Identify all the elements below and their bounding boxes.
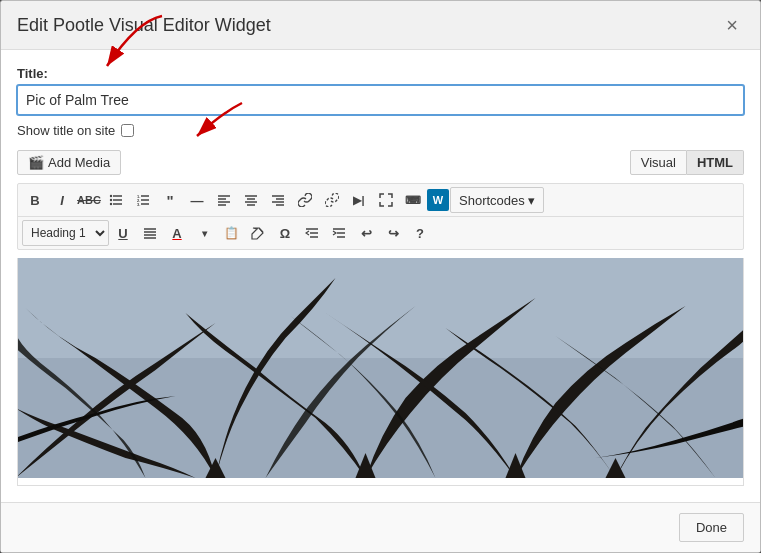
title-field-group: Title:: [17, 66, 744, 115]
outdent-button[interactable]: [299, 220, 325, 246]
toolbar-row-1: B I ABC 1.2.3. " —: [18, 184, 743, 217]
toolbar-top-row: 🎬 Add Media Visual HTML: [17, 150, 744, 175]
html-tab[interactable]: HTML: [687, 150, 744, 175]
editor-content-area[interactable]: [17, 258, 744, 486]
heading-select[interactable]: Heading 1 Heading 2 Heading 3 Heading 4 …: [22, 220, 109, 246]
justify-button[interactable]: [137, 220, 163, 246]
insert-more-button[interactable]: ▶|: [346, 187, 372, 213]
shortcodes-arrow-icon: ▾: [528, 193, 535, 208]
modal-footer: Done: [1, 502, 760, 552]
blockquote-button[interactable]: ": [157, 187, 183, 213]
horizontal-rule-button[interactable]: —: [184, 187, 210, 213]
clear-formatting-button[interactable]: [245, 220, 271, 246]
show-title-row: Show title on site: [17, 123, 744, 138]
svg-text:3.: 3.: [137, 202, 140, 207]
align-right-button[interactable]: [265, 187, 291, 213]
modal-title: Edit Pootle Visual Editor Widget: [17, 15, 271, 36]
special-chars-button[interactable]: Ω: [272, 220, 298, 246]
strikethrough-button[interactable]: ABC: [76, 187, 102, 213]
italic-button[interactable]: I: [49, 187, 75, 213]
svg-point-5: [110, 195, 112, 197]
palm-tree-image: [18, 258, 743, 478]
shortcodes-label: Shortcodes: [459, 193, 525, 208]
add-media-label: Add Media: [48, 155, 110, 170]
show-invisible-button[interactable]: ⌨: [400, 187, 426, 213]
undo-button[interactable]: ↩: [353, 220, 379, 246]
unlink-button[interactable]: [319, 187, 345, 213]
show-title-label: Show title on site: [17, 123, 115, 138]
svg-point-6: [110, 199, 112, 201]
add-media-icon: 🎬: [28, 155, 44, 170]
title-label: Title:: [17, 66, 744, 81]
paste-word-button[interactable]: 📋: [218, 220, 244, 246]
palm-tree-svg: [18, 258, 743, 478]
align-left-button[interactable]: [211, 187, 237, 213]
close-button[interactable]: ×: [720, 13, 744, 37]
bold-button[interactable]: B: [22, 187, 48, 213]
view-tabs: Visual HTML: [630, 150, 744, 175]
align-center-button[interactable]: [238, 187, 264, 213]
fullscreen-button[interactable]: [373, 187, 399, 213]
underline-button[interactable]: U: [110, 220, 136, 246]
toolbar-row-2: Heading 1 Heading 2 Heading 3 Heading 4 …: [18, 217, 743, 249]
ordered-list-button[interactable]: 1.2.3.: [130, 187, 156, 213]
title-input[interactable]: [17, 85, 744, 115]
modal-overlay: Edit Pootle Visual Editor Widget × Title…: [0, 0, 761, 553]
modal-header: Edit Pootle Visual Editor Widget ×: [1, 1, 760, 50]
show-title-checkbox[interactable]: [121, 124, 134, 137]
add-media-button[interactable]: 🎬 Add Media: [17, 150, 121, 175]
editor-toolbar: B I ABC 1.2.3. " —: [17, 183, 744, 250]
done-button[interactable]: Done: [679, 513, 744, 542]
shortcodes-button[interactable]: Shortcodes ▾: [450, 187, 544, 213]
redo-button[interactable]: ↪: [380, 220, 406, 246]
text-color-button[interactable]: A: [164, 220, 190, 246]
svg-point-7: [110, 203, 112, 205]
modal-body: Title: Show title on site: [1, 50, 760, 502]
help-button[interactable]: ?: [407, 220, 433, 246]
color-arrow-button[interactable]: ▾: [191, 220, 217, 246]
insert-link-button[interactable]: [292, 187, 318, 213]
modal-dialog: Edit Pootle Visual Editor Widget × Title…: [0, 0, 761, 553]
indent-button[interactable]: [326, 220, 352, 246]
visual-tab[interactable]: Visual: [630, 150, 687, 175]
wp-icon: W: [427, 189, 449, 211]
unordered-list-button[interactable]: [103, 187, 129, 213]
